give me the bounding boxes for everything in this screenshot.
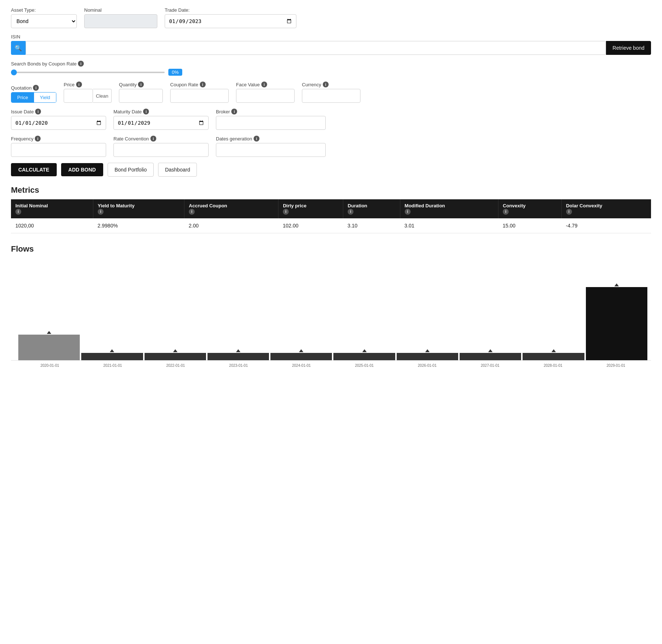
x-axis-label: 2028-01-01 [521, 364, 584, 368]
price-toggle-button[interactable]: Price [11, 93, 34, 102]
broker-label: Broker [216, 109, 230, 114]
nominal-input[interactable]: 1000.00 [84, 14, 157, 28]
metrics-cell-dolarConvexity: -4.79 [561, 218, 651, 233]
add-bond-button[interactable]: ADD BOND [61, 163, 103, 176]
isin-input[interactable] [26, 41, 606, 55]
price-info-icon: i [76, 82, 82, 87]
isin-search-button[interactable]: 🔍 [11, 41, 26, 55]
face-value-input[interactable]: 1000 [236, 89, 295, 103]
chart-bar [145, 353, 206, 360]
bar-triangle [47, 331, 51, 334]
chart-bar [397, 353, 458, 360]
quotation-label-row: Quotation i [11, 85, 56, 91]
price-input-row: 100 Clean [64, 89, 112, 103]
metrics-cell-convexity: 15.00 [498, 218, 562, 233]
col-yield-to-maturity: Yield to Maturityi [93, 199, 184, 218]
quotation-group: Quotation i Price Yield [11, 85, 56, 103]
trade-date-group: Trade Date: [165, 7, 296, 28]
metrics-header-row: Initial Nominali Yield to Maturityi Accr… [11, 199, 651, 218]
yield-toggle-button[interactable]: Yield [34, 93, 56, 102]
currency-label: Currency [302, 82, 321, 87]
coupon-rate-label-row: Coupon Rate i [170, 82, 229, 87]
isin-label: ISIN [11, 34, 651, 39]
chart-bar [333, 353, 395, 360]
metrics-cell-modifiedDuration: 3.01 [400, 218, 498, 233]
broker-input[interactable] [216, 116, 326, 130]
quantity-group: Quantity i 1 [119, 82, 163, 103]
metrics-title: Metrics [11, 185, 651, 195]
broker-label-row: Broker i [216, 109, 326, 114]
bar-group [333, 258, 395, 360]
bar-group [270, 258, 332, 360]
rate-convention-info-icon: i [150, 136, 156, 142]
nominal-label: Nominal [84, 7, 157, 13]
col-dolar-convexity: Dolar Convexityi [561, 199, 651, 218]
quotation-toggle: Price Yield [11, 92, 56, 103]
x-axis-label: 2026-01-01 [396, 364, 459, 368]
calculate-button[interactable]: CALCULATE [11, 163, 57, 176]
dates-generation-group: Dates generation i Forward [216, 136, 326, 157]
bar-triangle [173, 349, 177, 352]
nominal-group: Nominal 1000.00 [84, 7, 157, 28]
bar-triangle [425, 349, 430, 352]
bar-triangle [488, 349, 493, 352]
duration-info: i [348, 209, 354, 215]
action-buttons-row: CALCULATE ADD BOND Bond Portfolio Dashbo… [11, 163, 651, 177]
face-value-label: Face Value [236, 82, 260, 87]
retrieve-bond-button[interactable]: Retrieve bond [606, 41, 651, 55]
rate-convention-input[interactable]: 30/360 [113, 143, 209, 157]
frequency-input[interactable]: Annual [11, 143, 106, 157]
quotation-info-icon: i [33, 85, 39, 91]
metrics-tbody: 1020,002.9980%2.00102.003.103.0115.00-4.… [11, 218, 651, 233]
quotation-label: Quotation [11, 85, 31, 91]
metrics-cell-duration: 3.10 [343, 218, 400, 233]
bar-triangle [236, 349, 240, 352]
quantity-label-row: Quantity i [119, 82, 163, 87]
maturity-date-label-row: Maturity Date i [113, 109, 209, 114]
dates-generation-input[interactable]: Forward [216, 143, 326, 157]
quotation-row: Quotation i Price Yield Price i 100 Clea… [11, 82, 651, 103]
currency-input[interactable]: USD [302, 89, 360, 103]
maturity-date-group: Maturity Date i [113, 109, 209, 130]
metrics-cell-dirtyPrice: 102.00 [278, 218, 343, 233]
coupon-rate-slider[interactable] [11, 72, 165, 73]
metrics-cell-accruedCoupon: 2.00 [184, 218, 278, 233]
bar-group [586, 258, 647, 360]
dashboard-button[interactable]: Dashboard [158, 163, 197, 177]
ytm-info: i [98, 209, 104, 215]
frequency-info-icon: i [35, 136, 41, 142]
maturity-date-input[interactable] [113, 116, 209, 130]
price-suffix: Clean [93, 89, 112, 103]
initial-nominal-info: i [15, 209, 21, 215]
coupon-slider-section: Search Bonds by Coupon Rate i 0% [11, 61, 651, 76]
quantity-input[interactable]: 1 [119, 89, 163, 103]
dates-generation-label-row: Dates generation i [216, 136, 326, 142]
bond-portfolio-button[interactable]: Bond Portfolio [108, 163, 154, 177]
metrics-table: Initial Nominali Yield to Maturityi Accr… [11, 199, 651, 233]
coupon-slider-label: Search Bonds by Coupon Rate i [11, 61, 651, 67]
convexity-info: i [503, 209, 509, 215]
chart-bars [18, 258, 647, 360]
asset-type-select[interactable]: Bond [11, 14, 77, 28]
dates-broker-row: Issue Date i Maturity Date i Broker i [11, 109, 651, 130]
col-duration: Durationi [343, 199, 400, 218]
accrued-coupon-info: i [189, 209, 195, 215]
price-group: Price i 100 Clean [64, 82, 112, 103]
chart-bar [523, 353, 584, 360]
maturity-date-label: Maturity Date [113, 109, 142, 114]
issue-date-input[interactable] [11, 116, 106, 130]
slider-value-display: 0% [168, 69, 182, 76]
chart-bar [270, 353, 332, 360]
rate-convention-label-row: Rate Convention i [113, 136, 209, 142]
bar-triangle [110, 349, 114, 352]
price-input[interactable]: 100 [64, 89, 93, 103]
dates-generation-label: Dates generation [216, 136, 252, 142]
col-accrued-coupon: Accrued Couponi [184, 199, 278, 218]
currency-label-row: Currency i [302, 82, 360, 87]
coupon-rate-label: Coupon Rate [170, 82, 198, 87]
trade-date-input[interactable] [165, 14, 296, 28]
dates-generation-info-icon: i [254, 136, 259, 142]
chart-bar [18, 335, 80, 360]
bar-group [523, 258, 584, 360]
coupon-rate-input[interactable]: 3 [170, 89, 229, 103]
